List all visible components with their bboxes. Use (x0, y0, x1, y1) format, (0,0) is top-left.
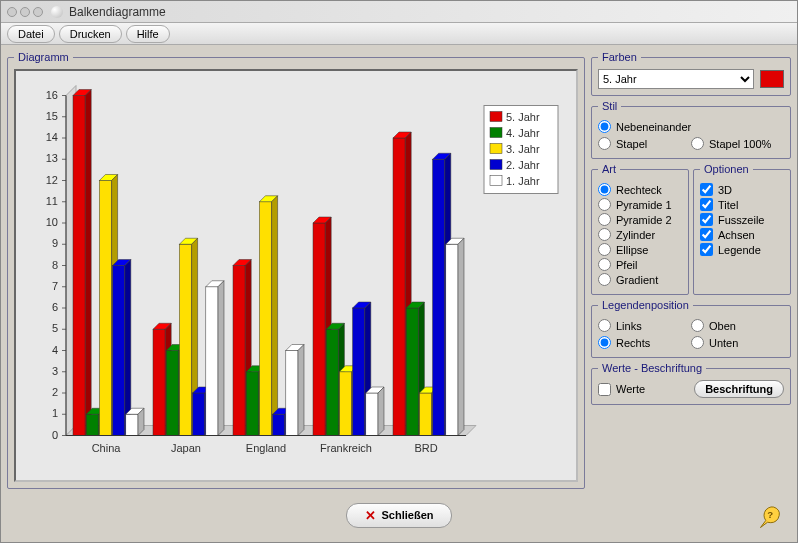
svg-rect-36 (73, 96, 85, 436)
svg-text:China: China (92, 442, 122, 454)
svg-text:2. Jahr: 2. Jahr (506, 159, 540, 171)
values-check[interactable]: Werte (598, 383, 645, 396)
svg-text:13: 13 (46, 152, 58, 164)
content-area: Diagramm 012345678910111213141516ChinaJa… (1, 45, 797, 495)
menu-file[interactable]: Datei (7, 25, 55, 43)
window-dot-icon[interactable] (7, 7, 17, 17)
svg-rect-39 (86, 414, 98, 435)
opt-3d-check[interactable]: 3D (700, 183, 784, 196)
title-bar: Balkendiagramme (1, 1, 797, 23)
kind-cyl-radio[interactable]: Zylinder (598, 228, 682, 241)
svg-text:?: ? (767, 509, 773, 520)
svg-rect-127 (490, 176, 502, 186)
svg-text:Japan: Japan (171, 442, 201, 454)
svg-rect-48 (126, 414, 138, 435)
options-group: Optionen 3D Titel Fusszeile Achsen Legen… (693, 163, 791, 295)
values-legend: Werte - Beschriftung (598, 362, 706, 374)
color-series-select[interactable]: 5. Jahr (598, 69, 754, 89)
svg-rect-42 (99, 181, 111, 436)
legendpos-top-radio[interactable]: Oben (691, 319, 784, 332)
window-dot-icon[interactable] (20, 7, 30, 17)
svg-text:2: 2 (52, 386, 58, 398)
svg-rect-109 (433, 159, 445, 435)
svg-marker-66 (218, 281, 224, 436)
close-label: Schließen (382, 509, 434, 521)
svg-rect-61 (193, 393, 205, 436)
legendpos-legend: Legendenposition (598, 299, 693, 311)
legendpos-bottom-radio[interactable]: Unten (691, 336, 784, 349)
svg-rect-119 (490, 112, 502, 122)
left-panel: Diagramm 012345678910111213141516ChinaJa… (7, 51, 585, 489)
opt-title-check[interactable]: Titel (700, 198, 784, 211)
labeling-button[interactable]: Beschriftung (694, 380, 784, 398)
opt-footer-check[interactable]: Fusszeile (700, 213, 784, 226)
svg-rect-77 (273, 414, 285, 435)
help-icon[interactable]: ? (757, 503, 785, 531)
svg-rect-103 (406, 308, 418, 436)
svg-text:England: England (246, 442, 286, 454)
svg-text:16: 16 (46, 89, 58, 101)
kind-arrow-radio[interactable]: Pfeil (598, 258, 682, 271)
kind-rect-radio[interactable]: Rechteck (598, 183, 682, 196)
legendpos-left-radio[interactable]: Links (598, 319, 691, 332)
kind-pyr2-radio[interactable]: Pyramide 2 (598, 213, 682, 226)
bottom-bar: ✕ Schließen ? (1, 495, 797, 535)
svg-rect-125 (490, 160, 502, 170)
svg-rect-96 (366, 393, 378, 436)
close-button[interactable]: ✕ Schließen (346, 503, 453, 528)
menu-bar: Datei Drucken Hilfe (1, 23, 797, 45)
svg-rect-106 (419, 393, 431, 436)
window-title: Balkendiagramme (69, 5, 166, 19)
svg-marker-47 (125, 260, 131, 436)
svg-rect-100 (393, 138, 405, 436)
svg-text:11: 11 (46, 195, 58, 207)
style-legend: Stil (598, 100, 621, 112)
svg-rect-112 (446, 244, 458, 435)
svg-rect-58 (179, 244, 191, 435)
svg-marker-38 (85, 90, 91, 436)
svg-rect-71 (246, 372, 258, 436)
menu-print[interactable]: Drucken (59, 25, 122, 43)
legendpos-group: Legendenposition Links Oben Rechts Unten (591, 299, 791, 358)
svg-marker-82 (298, 345, 304, 436)
svg-rect-93 (353, 308, 365, 436)
kind-grad-radio[interactable]: Gradient (598, 273, 682, 286)
style-stack100-radio[interactable]: Stapel 100% (691, 137, 784, 150)
svg-text:1. Jahr: 1. Jahr (506, 175, 540, 187)
kind-ell-radio[interactable]: Ellipse (598, 243, 682, 256)
svg-text:14: 14 (46, 131, 58, 143)
window-controls (7, 7, 43, 17)
style-side-radio[interactable]: Nebeneinander (598, 120, 784, 133)
window-dot-icon[interactable] (33, 7, 43, 17)
svg-text:1: 1 (52, 407, 58, 419)
svg-text:4. Jahr: 4. Jahr (506, 127, 540, 139)
close-icon: ✕ (365, 508, 376, 523)
legendpos-right-radio[interactable]: Rechts (598, 336, 691, 349)
svg-marker-114 (458, 238, 464, 435)
svg-text:12: 12 (46, 174, 58, 186)
kind-pyr1-radio[interactable]: Pyramide 1 (598, 198, 682, 211)
svg-text:Frankreich: Frankreich (320, 442, 372, 454)
color-swatch[interactable] (760, 70, 784, 88)
svg-rect-68 (233, 266, 245, 436)
kind-legend: Art (598, 163, 620, 175)
svg-rect-52 (153, 329, 165, 435)
bar-chart: 012345678910111213141516ChinaJapanEnglan… (16, 71, 576, 480)
svg-marker-76 (272, 196, 278, 436)
svg-marker-98 (378, 387, 384, 436)
menu-help[interactable]: Hilfe (126, 25, 170, 43)
svg-rect-64 (206, 287, 218, 436)
chart-area: 012345678910111213141516ChinaJapanEnglan… (14, 69, 578, 482)
options-legend: Optionen (700, 163, 753, 175)
colors-group: Farben 5. Jahr (591, 51, 791, 96)
svg-text:6: 6 (52, 301, 58, 313)
values-group: Werte - Beschriftung Werte Beschriftung (591, 362, 791, 405)
svg-rect-45 (113, 266, 125, 436)
svg-text:8: 8 (52, 259, 58, 271)
opt-axes-check[interactable]: Achsen (700, 228, 784, 241)
opt-legend-check[interactable]: Legende (700, 243, 784, 256)
svg-rect-80 (286, 351, 298, 436)
svg-text:BRD: BRD (414, 442, 437, 454)
app-icon (51, 6, 63, 18)
style-stack-radio[interactable]: Stapel (598, 137, 691, 150)
